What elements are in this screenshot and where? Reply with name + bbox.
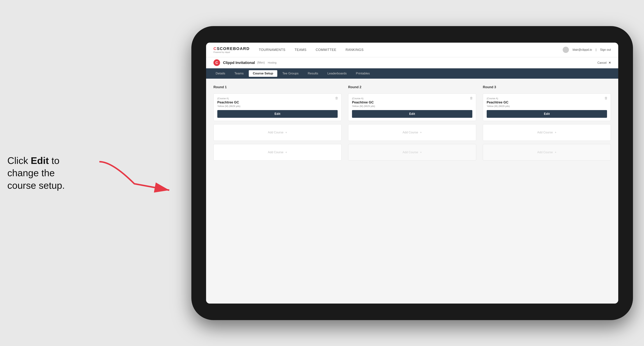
course-card-round1: 🗑 (Course A) Peachtree GC Yellow (M) (66… xyxy=(214,94,342,121)
tab-leaderboards[interactable]: Leaderboards xyxy=(323,70,351,77)
nav-teams[interactable]: TEAMS xyxy=(294,48,306,52)
add-course-card-round3-2: Add Course + xyxy=(483,144,611,161)
course-card-round2: 🗑 (Course A) Peachtree GC Yellow (M) (66… xyxy=(348,94,476,121)
edit-button-round1[interactable]: Edit xyxy=(217,110,338,118)
tournament-gender: (Men) xyxy=(257,61,265,64)
tournament-name: Clippd Invitational xyxy=(223,61,255,65)
tab-course-setup[interactable]: Course Setup xyxy=(249,70,277,77)
nav-rankings[interactable]: RANKINGS xyxy=(346,48,364,52)
instruction-bold: Edit xyxy=(31,155,49,166)
edit-button-round3[interactable]: Edit xyxy=(487,110,607,118)
round-1-title: Round 1 xyxy=(214,85,342,89)
logo-title: CSCOREBOARD xyxy=(214,46,250,51)
tab-tee-groups[interactable]: Tee Groups xyxy=(278,70,303,77)
user-email: blair@clippd.io xyxy=(572,48,592,51)
main-content: Round 1 🗑 (Course A) Peachtree GC Yellow… xyxy=(206,79,618,304)
course-details-round1: Yellow (M) (6629 yds) xyxy=(217,105,338,108)
add-course-text-round2-1: Add Course + xyxy=(402,131,422,134)
add-course-text-round1-1: Add Course + xyxy=(268,131,287,134)
course-details-round2: Yellow (M) (6629 yds) xyxy=(352,105,472,108)
add-course-card-round3-1[interactable]: Add Course + xyxy=(483,124,611,141)
tab-teams[interactable]: Teams xyxy=(230,70,248,77)
instruction-text: Click Edit tochange thecourse setup. xyxy=(7,154,65,192)
tablet-screen: CSCOREBOARD Powered by clippd TOURNAMENT… xyxy=(206,43,618,304)
rounds-grid: Round 1 🗑 (Course A) Peachtree GC Yellow… xyxy=(214,85,611,161)
course-name-round3: Peachtree GC xyxy=(487,101,607,104)
hosting-badge: Hosting xyxy=(268,61,276,64)
course-card-round3: 🗑 (Course A) Peachtree GC Yellow (M) (66… xyxy=(483,94,611,121)
delete-icon-round3[interactable]: 🗑 xyxy=(604,96,608,100)
edit-button-round2[interactable]: Edit xyxy=(352,110,472,118)
nav-committee[interactable]: COMMITTEE xyxy=(316,48,336,52)
delete-icon-round2[interactable]: 🗑 xyxy=(470,96,473,100)
sub-nav: Details Teams Course Setup Tee Groups Re… xyxy=(206,68,618,79)
logo-sub: Powered by clippd xyxy=(214,51,250,53)
instruction-prefix: Click xyxy=(7,155,31,166)
nav-links: TOURNAMENTS TEAMS COMMITTEE RANKINGS xyxy=(259,48,563,52)
delete-icon-round1[interactable]: 🗑 xyxy=(335,96,338,100)
course-details-round3: Yellow (M) (6629 yds) xyxy=(487,105,607,108)
tournament-bar: C Clippd Invitational (Men) Hosting Canc… xyxy=(206,57,618,68)
round-3-title: Round 3 xyxy=(483,85,611,89)
nav-right: blair@clippd.io | Sign out xyxy=(563,47,611,53)
course-name-round1: Peachtree GC xyxy=(217,101,338,104)
add-course-card-round2-1[interactable]: Add Course + xyxy=(348,124,476,141)
add-course-card-round2-2: Add Course + xyxy=(348,144,476,161)
add-course-card-round1-2[interactable]: Add Course + xyxy=(214,144,342,161)
tablet-frame: CSCOREBOARD Powered by clippd TOURNAMENT… xyxy=(191,26,633,320)
logo-c: C xyxy=(214,46,217,51)
tab-details[interactable]: Details xyxy=(212,70,229,77)
round-1-column: Round 1 🗑 (Course A) Peachtree GC Yellow… xyxy=(214,85,342,161)
nav-tournaments[interactable]: TOURNAMENTS xyxy=(259,48,286,52)
add-course-text-round1-2: Add Course + xyxy=(268,151,287,154)
course-name-round2: Peachtree GC xyxy=(352,101,472,104)
round-2-column: Round 2 🗑 (Course A) Peachtree GC Yellow… xyxy=(348,85,476,161)
course-label-round1: (Course A) xyxy=(217,97,338,100)
tab-results[interactable]: Results xyxy=(304,70,322,77)
add-course-text-round2-2: Add Course + xyxy=(402,151,422,154)
add-course-text-round3-2: Add Course + xyxy=(537,151,556,154)
sign-in-separator: | xyxy=(596,48,596,51)
round-2-title: Round 2 xyxy=(348,85,476,89)
round-3-column: Round 3 🗑 (Course A) Peachtree GC Yellow… xyxy=(483,85,611,161)
course-label-round2: (Course A) xyxy=(352,97,472,100)
arrow-annotation xyxy=(98,160,175,193)
cancel-button[interactable]: Cancel ✕ xyxy=(598,61,611,64)
add-course-card-round1-1[interactable]: Add Course + xyxy=(214,124,342,141)
logo-area: CSCOREBOARD Powered by clippd xyxy=(214,46,250,53)
add-course-text-round3-1: Add Course + xyxy=(537,131,556,134)
top-nav: CSCOREBOARD Powered by clippd TOURNAMENT… xyxy=(206,43,618,57)
user-avatar xyxy=(563,47,569,53)
cancel-x-icon: ✕ xyxy=(608,61,611,64)
sign-out-link[interactable]: Sign out xyxy=(600,48,611,51)
tournament-logo: C xyxy=(214,59,220,66)
tab-printables[interactable]: Printables xyxy=(352,70,374,77)
course-label-round3: (Course A) xyxy=(487,97,607,100)
